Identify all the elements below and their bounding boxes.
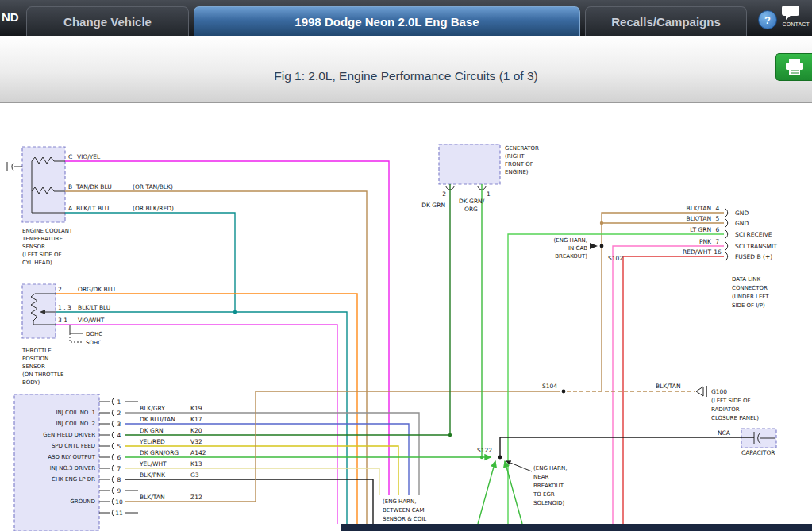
junction-tan <box>600 221 603 225</box>
bottom-window-bar <box>341 524 812 531</box>
g100-desc: RADIATOR <box>711 406 740 413</box>
generator-desc: FRONT OF <box>505 161 533 167</box>
pcm-pin-number: 2 <box>117 410 121 417</box>
generator-box <box>439 144 500 184</box>
ect-desc: SENSOR <box>22 244 45 250</box>
pcm-function: INJ COIL NO. 1 <box>56 410 95 416</box>
pcm-circuit-code: K19 <box>190 405 202 412</box>
tps-pin: 1 . 3 <box>58 304 71 311</box>
splice-s104-label: S104 <box>542 383 557 390</box>
wire-s122-sw <box>478 461 495 524</box>
wiring-diagram-canvas: C VIO/YEL B TAN/DK BLU (OR TAN/BLK) A BL… <box>0 103 812 531</box>
sohc-bracket <box>70 333 83 342</box>
cab-note: IN CAB <box>568 245 587 252</box>
print-button[interactable] <box>775 53 812 81</box>
pcm-circuit-code: Z12 <box>190 494 202 501</box>
generator-pin-2: 2 <box>442 190 446 198</box>
wire-capacitor <box>500 437 754 457</box>
help-button[interactable]: ? <box>758 10 777 29</box>
tps-desc: POSITION <box>22 356 48 362</box>
splice-s122-dot <box>498 456 502 460</box>
wire-vio-yel <box>65 161 389 524</box>
pcm-pin-number: 10 <box>115 498 123 506</box>
tps-pin: 2 <box>58 286 62 293</box>
tab-change-vehicle[interactable]: Change Vehicle <box>26 6 189 36</box>
ect-pin-a: A <box>68 205 73 212</box>
cam-note: (ENG HARN, <box>383 498 416 505</box>
tps-desc: BODY) <box>22 379 40 386</box>
pcm-circuit-code: K17 <box>190 416 202 423</box>
chat-bubble-icon <box>780 5 801 21</box>
pcm-wire-label: DK BLU/TAN <box>140 416 175 423</box>
ect-wire-b: TAN/DK BLU <box>75 183 112 190</box>
tps-variant-dohc: DOHC <box>86 331 102 337</box>
tab-recalls-campaigns[interactable]: Recalls/Campaigns <box>585 6 747 36</box>
contact-button[interactable]: CONTACT <box>780 5 812 27</box>
junction-grn-org <box>480 456 483 459</box>
ect-desc: ENGINE COOLANT <box>22 228 73 234</box>
ect-shield-ground-icon <box>7 162 22 171</box>
pcm-wire-label: DK GRN/ORG <box>140 449 179 456</box>
cam-note: SENSOR & COIL <box>383 516 426 522</box>
dlc-wire-label: RED/WHT <box>683 248 711 256</box>
pcm-pin-number: 7 <box>117 465 121 472</box>
dlc-desc: (UNDER LEFT <box>732 294 769 300</box>
tps-wire: VIO/WHT <box>78 317 105 324</box>
generator-wire-dkgrnorg: DK GRN/ <box>459 198 485 205</box>
egr-note: TO EGR <box>533 491 555 498</box>
tps-sensor-box <box>22 284 56 338</box>
dlc-wire-label: BLK/TAN <box>686 215 711 222</box>
tps-desc: (ON THROTTLE <box>22 371 63 378</box>
g100-desc: CLOSURE PANEL) <box>711 415 759 421</box>
pcm-circuit-code: K20 <box>190 427 202 434</box>
g100-label: G100 <box>711 388 727 395</box>
wire-lt-grn <box>508 234 724 524</box>
g100-ground-arrow-icon <box>696 387 703 396</box>
wire-blk-ltblu-ect <box>65 213 235 312</box>
generator-desc: (RIGHT <box>505 153 525 160</box>
g100-desc: (LEFT SIDE OF <box>711 398 751 404</box>
tab-vehicle-title[interactable]: 1998 Dodge Neon 2.0L Eng Base <box>194 6 580 36</box>
g100-wire-label: BLK/TAN <box>656 383 681 390</box>
ect-pin-b: B <box>68 183 72 190</box>
pcm-pin-number: 5 <box>117 443 121 450</box>
pcm-function: INJ NO.3 DRIVER <box>50 465 95 471</box>
dlc-desc: CONNECTOR <box>732 285 768 291</box>
pcm-function: ASD RLY OUTPUT <box>48 454 95 460</box>
pcm-pin-number: 9 <box>117 487 121 494</box>
top-navbar: ND Change Vehicle 1998 Dodge Neon 2.0L E… <box>0 0 812 36</box>
pcm-wire-label: DK GRN <box>140 427 164 434</box>
dlc-wire-label: LT GRN <box>690 226 711 233</box>
pcm-circuit-code: G3 <box>190 471 199 479</box>
dlc-pin-number: 6 <box>716 226 720 233</box>
junction-teal <box>233 310 237 314</box>
dlc-pin-number: 16 <box>714 248 722 256</box>
dlc-wire-label: BLK/TAN <box>686 205 711 212</box>
cab-note: BREAKOUT) <box>555 253 587 260</box>
pcm-wire-label: BLK/TAN <box>140 494 165 501</box>
junction-dk-grn <box>448 433 452 437</box>
pcm-wire-label: YEL/WHT <box>139 460 167 468</box>
tps-wire: ORG/DK BLU <box>78 286 115 293</box>
wiring-diagram-svg: C VIO/YEL B TAN/DK BLU (OR TAN/BLK) A BL… <box>0 103 812 531</box>
contact-label: CONTACT <box>780 21 812 27</box>
dlc-function: SCI TRANSMIT <box>735 243 777 250</box>
generator-wire-dkgrnorg: ORG <box>464 206 478 213</box>
pcm-pin-number: 4 <box>117 432 121 439</box>
pcm-pin-number: 3 <box>117 421 121 428</box>
dlc-wire-label: PNK <box>699 238 712 245</box>
wire-red-wht <box>623 256 724 524</box>
pcm-circuit-code: K13 <box>190 460 202 468</box>
printer-icon <box>784 58 805 77</box>
tps-desc: THROTTLE <box>21 348 52 354</box>
pcm-function: GROUND <box>70 498 95 505</box>
pcm-function: CHK ENG LP DR <box>52 476 95 483</box>
pcm-function: GEN FIELD DRIVER <box>43 432 95 438</box>
dohc-bracket <box>70 325 83 333</box>
s102-pointer-arrow-icon <box>590 243 598 249</box>
cab-note: (ENG HARN, <box>554 237 587 244</box>
splice-s122-label: S122 <box>477 447 492 454</box>
pcm-pin-brackets <box>99 398 114 517</box>
pcm-circuit-code: V32 <box>190 438 202 445</box>
ect-desc: CYL HEAD) <box>22 260 52 266</box>
